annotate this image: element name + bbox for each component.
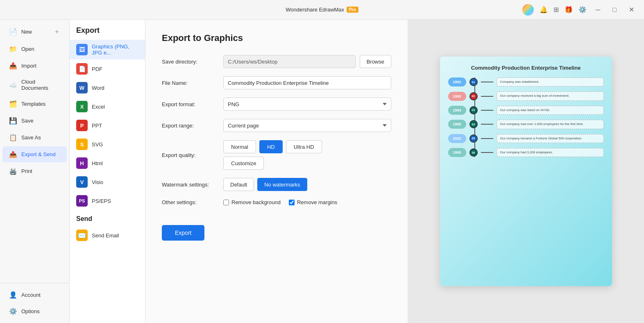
timeline-year: 2002 xyxy=(448,134,466,143)
new-icon: 📄 xyxy=(9,28,17,36)
timeline-year: 1995 xyxy=(448,148,466,157)
timeline-connector xyxy=(481,96,493,97)
timeline-row: 1995 04 Our company had over 1,000 emplo… xyxy=(448,120,604,129)
timeline-dot: 01 xyxy=(469,78,478,86)
email-label: Send Email xyxy=(92,232,119,239)
sidebar-item-save[interactable]: 💾 Save xyxy=(2,113,67,129)
timeline-year: 1994 xyxy=(448,106,466,115)
timeline-connector xyxy=(481,124,493,125)
sidebar-item-export[interactable]: 📤 Export & Send xyxy=(2,146,67,162)
other-settings-row: Other settings: Remove background Remove… xyxy=(162,199,391,205)
export-item-pdf[interactable]: 📄 PDF xyxy=(70,59,145,78)
pdf-label: PDF xyxy=(92,66,102,72)
sidebar-label-open: Open xyxy=(21,46,34,52)
word-label: Word xyxy=(92,85,104,91)
quality-button-group: Normal HD Ultra HD xyxy=(223,140,322,153)
notification-icon[interactable]: 🔔 xyxy=(540,6,548,14)
export-format-row: Export format: PNG JPG BMP SVG xyxy=(162,98,391,111)
sidebar-item-print[interactable]: 🖨️ Print xyxy=(2,163,67,179)
customize-btn[interactable]: Customize xyxy=(223,157,264,170)
grid-icon[interactable]: ⊞ xyxy=(553,6,559,14)
export-panel: Export 🖼 Graphics (PNG, JPG e... 📄 PDF W… xyxy=(70,20,145,323)
export-item-pseps[interactable]: PS PS/EPS xyxy=(70,191,145,210)
quality-hd-btn[interactable]: HD xyxy=(259,140,283,153)
remove-margins-label: Remove margins xyxy=(297,199,337,205)
sidebar-item-cloud[interactable]: ☁️ Cloud Documents xyxy=(2,75,67,95)
quality-normal-btn[interactable]: Normal xyxy=(223,140,256,153)
export-item-word[interactable]: W Word xyxy=(70,78,145,97)
watermark-label: Watermark settings: xyxy=(162,182,219,188)
sidebar-label-saveas: Save As xyxy=(21,134,41,141)
save-icon: 💾 xyxy=(9,117,17,125)
ppt-label: PPT xyxy=(92,123,102,129)
export-range-label: Export range: xyxy=(162,123,219,129)
sidebar-bottom: 👤 Account ⚙️ Options xyxy=(0,283,69,320)
timeline-text: Our company was listed on NYSE. xyxy=(497,106,604,115)
user-avatar[interactable] xyxy=(522,4,534,16)
open-icon: 📁 xyxy=(9,45,17,53)
export-item-visio[interactable]: V Visio xyxy=(70,173,145,191)
other-settings-label: Other settings: xyxy=(162,199,219,205)
export-item-html[interactable]: H Html xyxy=(70,154,145,173)
timeline-text: Our company had 3,200 employees. xyxy=(497,148,604,157)
close-btn[interactable]: ✕ xyxy=(629,6,634,14)
timeline-year: 1993 xyxy=(448,92,466,101)
html-icon: H xyxy=(76,157,88,169)
timeline-row: 1995 06 Our company had 3,200 employees. xyxy=(448,148,604,157)
export-item-graphics[interactable]: 🖼 Graphics (PNG, JPG e... xyxy=(70,40,145,59)
save-directory-input[interactable] xyxy=(223,55,356,68)
file-name-row: File Name: xyxy=(162,76,391,89)
watermark-none-btn[interactable]: No watermarks xyxy=(257,178,307,191)
export-range-select[interactable]: Current page All pages xyxy=(223,119,391,132)
export-item-excel[interactable]: X Excel xyxy=(70,97,145,116)
preview-title: Commodity Production Enterprise Timeline xyxy=(448,65,604,71)
graphics-label: Graphics (PNG, JPG e... xyxy=(92,43,138,56)
sidebar-item-import[interactable]: 📥 Import xyxy=(2,58,67,74)
export-button[interactable]: Export xyxy=(162,225,204,241)
timeline-year: 1995 xyxy=(448,120,466,129)
export-item-svg[interactable]: S SVG xyxy=(70,135,145,154)
remove-margins-item[interactable]: Remove margins xyxy=(289,199,337,205)
sidebar-item-new[interactable]: 📄 New ＋ xyxy=(2,23,67,40)
export-item-email[interactable]: ✉️ Send Email xyxy=(70,226,145,245)
app-title-group: Wondershare EdrawMax Pro xyxy=(286,7,358,13)
export-format-select[interactable]: PNG JPG BMP SVG xyxy=(223,98,391,111)
quality-ultrahd-btn[interactable]: Ultra HD xyxy=(286,140,322,153)
settings-icon[interactable]: ⚙️ xyxy=(578,6,587,14)
timeline-line xyxy=(474,77,475,157)
sidebar-item-open[interactable]: 📁 Open xyxy=(2,41,67,57)
cloud-icon: ☁️ xyxy=(9,81,17,89)
watermark-default-btn[interactable]: Default xyxy=(223,178,254,191)
sidebar-label-save: Save xyxy=(21,118,34,124)
sidebar-item-saveas[interactable]: 📋 Save As xyxy=(2,130,67,146)
other-settings-controls: Remove background Remove margins xyxy=(223,199,337,205)
file-name-input[interactable] xyxy=(223,76,391,89)
timeline-text: Our company became a Fortune Global 500 … xyxy=(497,134,604,143)
word-icon: W xyxy=(76,82,88,93)
sidebar-label-import: Import xyxy=(21,63,36,69)
left-sidebar: 📄 New ＋ 📁 Open 📥 Import ☁️ Cloud Documen… xyxy=(0,20,70,323)
remove-background-checkbox[interactable] xyxy=(223,200,229,205)
timeline-connector xyxy=(481,82,493,82)
timeline-row: 1992 01 Company was established. xyxy=(448,77,604,86)
minimize-btn[interactable]: ─ xyxy=(596,6,600,14)
remove-background-label: Remove background xyxy=(231,199,281,205)
svg-label: SVG xyxy=(92,141,103,148)
new-plus-icon[interactable]: ＋ xyxy=(54,27,60,36)
sidebar-item-templates[interactable]: 🗂️ Templates xyxy=(2,96,67,112)
maximize-btn[interactable]: □ xyxy=(612,6,617,14)
sidebar-label-options: Options xyxy=(21,308,40,314)
remove-background-item[interactable]: Remove background xyxy=(223,199,281,205)
sidebar-item-account[interactable]: 👤 Account xyxy=(2,287,67,303)
browse-button[interactable]: Browse xyxy=(360,55,391,68)
remove-margins-checkbox[interactable] xyxy=(289,200,295,205)
sidebar-label-cloud: Cloud Documents xyxy=(21,79,60,91)
timeline-text: Our company had over 1,000 employees for… xyxy=(497,120,604,129)
export-item-ppt[interactable]: P PPT xyxy=(70,116,145,135)
sidebar-item-options[interactable]: ⚙️ Options xyxy=(2,303,67,319)
export-format-label: Export format: xyxy=(162,101,219,107)
form-area: Export to Graphics Save directory: Brows… xyxy=(145,20,408,323)
excel-icon: X xyxy=(76,101,88,112)
ppt-icon: P xyxy=(76,120,88,131)
gift-icon[interactable]: 🎁 xyxy=(565,6,573,14)
